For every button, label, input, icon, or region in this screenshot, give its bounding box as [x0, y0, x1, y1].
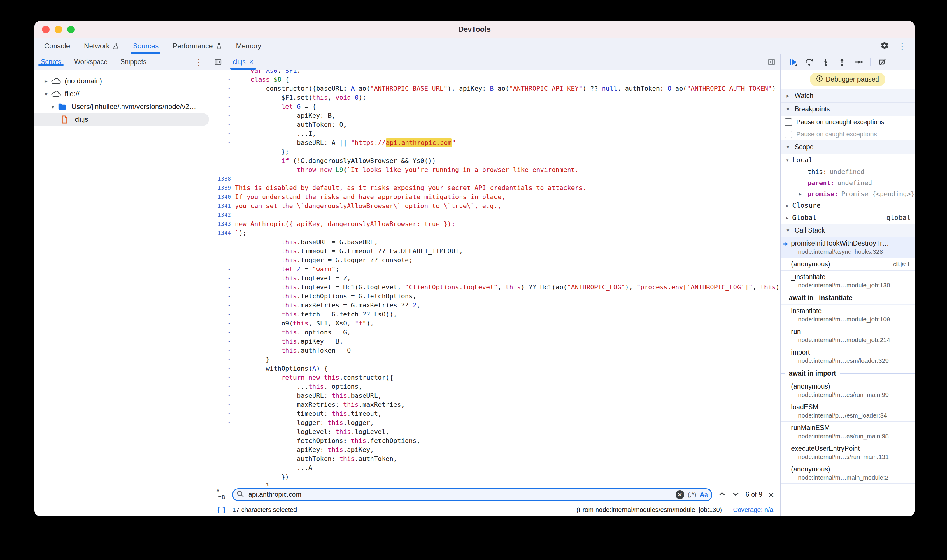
step-out-icon[interactable]	[837, 58, 847, 66]
gutter-line-number[interactable]: -	[209, 319, 235, 328]
gutter-line-number[interactable]: -	[209, 409, 235, 418]
tab-clijs[interactable]: cli.js ×	[227, 54, 259, 70]
next-match-icon[interactable]	[732, 490, 740, 499]
gutter-line-number[interactable]: -	[209, 265, 235, 274]
gutter-line-number[interactable]: -	[209, 337, 235, 346]
sidebar-tab-scripts[interactable]: Scripts	[34, 58, 68, 66]
section-call-stack[interactable]: ▾ Call Stack	[780, 224, 915, 237]
sidebar-more-menu-icon[interactable]: ⋮	[194, 58, 209, 66]
call-stack-frame-runmainesm[interactable]: runMainESMnode:internal/m…es/run_main:98	[780, 422, 915, 442]
tree-expanded-icon[interactable]: ▾	[41, 91, 51, 97]
expand-panel-icon[interactable]	[763, 58, 780, 66]
gutter-line-number[interactable]: 1339	[209, 183, 235, 192]
gutter-line-number[interactable]: -	[209, 436, 235, 445]
call-stack-frame-instantiate[interactable]: instantiatenode:internal/m…module_job:10…	[780, 305, 915, 325]
search-input[interactable]	[248, 490, 672, 499]
chevron-right-icon[interactable]: ▸	[799, 191, 807, 197]
gutter-line-number[interactable]: -	[209, 310, 235, 319]
tree-item-users-jinhuilee-nvm-versions-node-v2[interactable]: ▾Users/jinhuilee/.nvm/versions/node/v2…	[34, 100, 209, 113]
main-tab-network[interactable]: Network	[77, 38, 126, 54]
gutter-line-number[interactable]: -	[209, 292, 235, 301]
settings-gear-icon[interactable]	[880, 41, 889, 51]
gutter-line-number[interactable]: -	[209, 391, 235, 400]
main-tab-memory[interactable]: Memory	[229, 38, 268, 54]
gutter-line-number[interactable]: -	[209, 274, 235, 283]
call-stack-frame-instantiate[interactable]: _instantiatenode:internal/m…module_job:1…	[780, 271, 915, 291]
resume-icon[interactable]	[789, 58, 797, 66]
scope-var-parent[interactable]: parent:undefined	[780, 177, 915, 188]
scope-var-promise[interactable]: ▸promise:Promise {<pending>}	[780, 188, 915, 199]
gutter-line-number[interactable]: -	[209, 147, 235, 156]
call-stack-frame-anonymous[interactable]: (anonymous)node:internal/m…es/run_main:9…	[780, 380, 915, 401]
section-watch[interactable]: ▸ Watch	[780, 89, 915, 103]
call-stack-frame-executeuserentrypoint[interactable]: executeUserEntryPointnode:internal/m…s/r…	[780, 442, 915, 463]
scope-group-global[interactable]: ▸Globalglobal	[780, 212, 915, 224]
close-tab-icon[interactable]: ×	[249, 57, 254, 66]
match-case-toggle[interactable]: Aa	[700, 491, 708, 498]
section-breakpoints[interactable]: ▾ Breakpoints	[780, 103, 915, 116]
call-stack-frame-run[interactable]: runnode:internal/m…module_job:214	[780, 325, 915, 346]
pretty-print-icon[interactable]: {}	[216, 506, 228, 514]
find-replace-icon[interactable]: AB	[216, 488, 226, 502]
gutter-line-number[interactable]: -	[209, 102, 235, 111]
gutter-line-number[interactable]: 1342	[209, 210, 235, 219]
more-menu-icon[interactable]: ⋮	[898, 42, 907, 51]
gutter-line-number[interactable]: 1338	[209, 174, 235, 183]
gutter-line-number[interactable]: -	[209, 454, 235, 463]
gutter-line-number[interactable]: -	[209, 355, 235, 364]
code-editor[interactable]: var Xs0, $F1;- class $8 {- constructor({…	[209, 70, 780, 486]
gutter-line-number[interactable]: -	[209, 283, 235, 292]
chevron-right-icon[interactable]: ▸	[782, 202, 792, 209]
gutter-line-number[interactable]: -	[209, 400, 235, 409]
section-scope[interactable]: ▾ Scope	[780, 140, 915, 154]
step-over-icon[interactable]	[805, 58, 814, 66]
gutter-line-number[interactable]: -	[209, 364, 235, 373]
clear-search-icon[interactable]: ✕	[676, 490, 684, 499]
main-tab-performance[interactable]: Performance	[166, 38, 229, 54]
gutter-line-number[interactable]: -	[209, 373, 235, 382]
gutter-line-number[interactable]: -	[209, 445, 235, 454]
gutter-line-number[interactable]: -	[209, 482, 235, 486]
previous-match-icon[interactable]	[718, 490, 726, 499]
gutter-line-number[interactable]: -	[209, 328, 235, 337]
step-into-icon[interactable]	[821, 58, 830, 66]
gutter-line-number[interactable]: -	[209, 346, 235, 355]
sidebar-tab-snippets[interactable]: Snippets	[114, 58, 153, 66]
tree-item-cli-js[interactable]: cli.js	[34, 113, 209, 126]
gutter-line-number[interactable]: -	[209, 111, 235, 120]
breakpoint-option-pause-on-caught-exceptions[interactable]: Pause on caught exceptions	[780, 128, 915, 140]
gutter-line-number[interactable]: 1344	[209, 228, 235, 237]
chevron-down-icon[interactable]: ▾	[782, 157, 792, 163]
coverage-link[interactable]: Coverage: n/a	[733, 506, 773, 514]
gutter-line-number[interactable]: -	[209, 382, 235, 391]
gutter-line-number[interactable]: -	[209, 93, 235, 102]
gutter-line-number[interactable]: -	[209, 246, 235, 255]
gutter-line-number[interactable]: -	[209, 427, 235, 436]
deactivate-breakpoints-icon[interactable]	[878, 58, 887, 66]
gutter-line-number[interactable]: -	[209, 120, 235, 129]
call-stack-frame-promiseinithookwithdestroytr[interactable]: promiseInitHookWithDestroyTr…node:intern…	[780, 237, 915, 258]
call-stack-frame-anonymous[interactable]: (anonymous)node:internal/m…main_module:2	[780, 463, 915, 484]
checkbox-unchecked[interactable]	[785, 118, 792, 126]
gutter-line-number[interactable]: -	[209, 156, 235, 165]
gutter-line-number[interactable]: -	[209, 75, 235, 84]
gutter-line-number[interactable]: -	[209, 138, 235, 147]
window-titlebar[interactable]: DevTools	[34, 21, 915, 38]
tree-collapsed-icon[interactable]: ▸	[41, 78, 51, 85]
gutter-line-number[interactable]: -	[209, 301, 235, 310]
gutter-line-number[interactable]: 1341	[209, 202, 235, 210]
tree-item-no-domain[interactable]: ▸(no domain)	[34, 75, 209, 88]
collapse-sidebar-icon[interactable]	[209, 58, 227, 66]
gutter-line-number[interactable]: -	[209, 255, 235, 265]
gutter-line-number[interactable]: -	[209, 84, 235, 93]
main-tab-console[interactable]: Console	[37, 38, 77, 54]
regex-toggle[interactable]: (.*)	[688, 491, 696, 498]
scope-group-closure[interactable]: ▸Closure	[780, 199, 915, 212]
gutter-line-number[interactable]	[209, 70, 235, 75]
sidebar-tab-workspace[interactable]: Workspace	[68, 58, 114, 66]
tree-item-file[interactable]: ▾file://	[34, 88, 209, 100]
gutter-line-number[interactable]: -	[209, 237, 235, 246]
gutter-line-number[interactable]: -	[209, 472, 235, 482]
call-stack-frame-loadesm[interactable]: loadESMnode:internal/p…/esm_loader:34	[780, 401, 915, 422]
close-search-icon[interactable]: ×	[768, 490, 774, 500]
